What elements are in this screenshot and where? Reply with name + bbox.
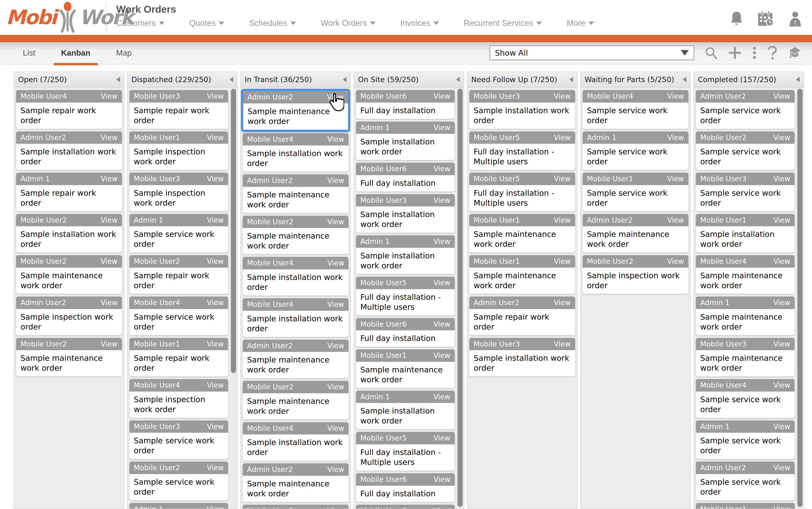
card-view-link[interactable]: View — [434, 196, 450, 205]
card-view-link[interactable]: View — [434, 434, 450, 442]
card-view-link[interactable]: View — [434, 393, 450, 401]
nav-item-more[interactable]: More — [567, 19, 594, 28]
card-view-link[interactable]: View — [434, 165, 450, 173]
card-view-link[interactable]: View — [207, 381, 224, 389]
card-view-link[interactable]: View — [327, 300, 344, 309]
card-view-link[interactable]: View — [773, 464, 790, 472]
card-view-link[interactable]: View — [327, 176, 344, 185]
training-cap-icon[interactable] — [788, 46, 802, 60]
card-view-link[interactable]: View — [101, 299, 118, 307]
card-view-link[interactable]: View — [773, 175, 790, 183]
card-view-link[interactable]: View — [773, 505, 790, 509]
column-scrollbar[interactable] — [457, 89, 463, 507]
work-order-card[interactable]: Admin 1 View Sample service work order — [583, 131, 688, 170]
work-order-card[interactable]: Mobile User3 View Sample installation wo… — [469, 90, 575, 129]
card-view-link[interactable]: View — [327, 259, 344, 267]
collapse-column-icon[interactable] — [230, 77, 233, 82]
work-order-card[interactable]: Admin 1 View Sample installation work or… — [356, 122, 455, 160]
schedule-calendar-icon[interactable] — [757, 10, 775, 27]
work-order-card[interactable]: Admin User2 View Sample maintenance work… — [583, 214, 688, 253]
work-order-card[interactable]: Mobile User6 View Full day installation — [356, 163, 455, 192]
work-order-card[interactable]: Admin User2 View Sample maintenance work… — [243, 463, 348, 502]
work-order-card[interactable]: Admin User2 View Sample service work ord… — [696, 90, 795, 129]
card-view-link[interactable]: View — [207, 299, 224, 307]
work-order-card[interactable]: Mobile User4 View Sample installation wo… — [243, 257, 348, 296]
tab-kanban[interactable]: Kanban — [60, 42, 92, 64]
work-order-card[interactable]: Admin User2 View Sample inspection work … — [16, 297, 122, 335]
card-view-link[interactable]: View — [554, 299, 571, 307]
card-view-link[interactable]: View — [554, 340, 571, 348]
work-order-card[interactable]: Admin 1 View Sample repair work order — [16, 173, 122, 211]
card-view-link[interactable]: View — [434, 279, 450, 287]
work-order-card[interactable]: Mobile User4 View Sample repair work ord… — [16, 90, 122, 129]
card-view-link[interactable]: View — [327, 507, 344, 509]
nav-item-invoices[interactable]: Invoices — [400, 19, 439, 28]
card-view-link[interactable]: View — [101, 175, 118, 183]
work-order-card[interactable]: Mobile User4 View Sample installation wo… — [243, 133, 348, 172]
work-order-card[interactable]: Mobile User3 View Sample repair work ord… — [130, 90, 228, 129]
search-icon[interactable] — [704, 46, 718, 60]
nav-item-recurrent-services[interactable]: Recurrent Services — [464, 19, 542, 28]
work-order-card[interactable]: Mobile User2 View — [243, 505, 348, 509]
work-order-card[interactable]: Admin 1 View Sample installation work or… — [356, 235, 455, 274]
collapse-column-icon[interactable] — [796, 77, 800, 82]
card-view-link[interactable]: View — [773, 422, 790, 431]
work-order-card[interactable]: Admin 1 View — [130, 503, 228, 509]
work-order-card[interactable]: Mobile User6 View Full day installation — [356, 473, 455, 502]
work-order-card[interactable]: Mobile User2 View Sample maintenance wor… — [16, 255, 122, 294]
work-order-card[interactable]: Mobile User2 View Sample maintenance wor… — [243, 381, 348, 419]
work-order-card[interactable]: Mobile User4 View Sample inspection work… — [130, 379, 228, 418]
user-profile-icon[interactable] — [787, 10, 803, 27]
work-order-card[interactable]: Admin User2 View Sample maintenance work… — [243, 340, 348, 378]
work-order-card[interactable]: Mobile User1 View Sample installation wo… — [696, 214, 795, 253]
card-view-link[interactable]: View — [667, 175, 684, 183]
work-order-card[interactable]: Admin User2 View Sample repair work orde… — [469, 297, 575, 335]
work-order-card[interactable]: Mobile User3 View — [356, 505, 455, 509]
mobiwork-logo[interactable]: Mobi Work — [6, 1, 133, 34]
more-options-icon[interactable] — [752, 46, 757, 60]
work-order-card[interactable]: Mobile User1 View — [696, 503, 795, 509]
card-view-link[interactable]: View — [101, 257, 118, 266]
card-view-link[interactable]: View — [327, 93, 344, 102]
work-order-card[interactable]: Mobile User3 View Sample maintenance wor… — [696, 338, 795, 377]
card-view-link[interactable]: View — [207, 257, 224, 266]
work-order-card[interactable]: Mobile User5 View Full day installation … — [469, 173, 575, 211]
card-view-link[interactable]: View — [207, 340, 224, 348]
card-view-link[interactable]: View — [434, 320, 450, 329]
column-scrollbar[interactable] — [797, 89, 803, 507]
nav-item-schedules[interactable]: Schedules — [249, 19, 296, 28]
work-order-card[interactable]: Admin 1 View Sample maintenance work ord… — [696, 297, 795, 335]
work-order-card[interactable]: Mobile User4 View Sample service work or… — [130, 297, 228, 335]
card-view-link[interactable]: View — [554, 133, 571, 142]
card-view-link[interactable]: View — [773, 257, 790, 266]
card-view-link[interactable]: View — [327, 465, 344, 474]
card-view-link[interactable]: View — [101, 216, 118, 225]
work-order-card[interactable]: Admin User2 View Sample service work ord… — [696, 462, 795, 500]
card-view-link[interactable]: View — [667, 133, 684, 142]
card-view-link[interactable]: View — [773, 92, 790, 101]
card-view-link[interactable]: View — [434, 475, 450, 484]
card-view-link[interactable]: View — [554, 92, 571, 101]
filter-dropdown[interactable]: Show All — [489, 45, 694, 60]
work-order-card[interactable]: Mobile User1 View Sample service work or… — [583, 173, 688, 211]
card-view-link[interactable]: View — [101, 340, 118, 348]
card-view-link[interactable]: View — [773, 133, 790, 142]
work-order-card[interactable]: Mobile User6 View Full day installation — [356, 318, 455, 347]
card-view-link[interactable]: View — [434, 507, 450, 509]
card-view-link[interactable]: View — [207, 175, 224, 183]
card-view-link[interactable]: View — [207, 216, 224, 225]
work-order-card[interactable]: Mobile User1 View Sample repair work ord… — [130, 338, 228, 377]
collapse-column-icon[interactable] — [569, 77, 573, 82]
card-view-link[interactable]: View — [667, 92, 684, 101]
scrollbar-thumb[interactable] — [231, 89, 236, 373]
work-order-card[interactable]: Mobile User2 View Sample repair work ord… — [130, 255, 228, 294]
work-order-card[interactable]: Mobile User4 View Sample installation wo… — [243, 422, 348, 461]
card-view-link[interactable]: View — [207, 133, 224, 142]
work-order-card[interactable]: Mobile User4 View Sample maintenance wor… — [696, 255, 795, 294]
card-view-link[interactable]: View — [434, 237, 450, 246]
work-order-card[interactable]: Mobile User5 View Full day installation … — [356, 432, 455, 471]
card-view-link[interactable]: View — [434, 92, 450, 101]
card-view-link[interactable]: View — [554, 216, 571, 225]
notifications-bell-icon[interactable] — [729, 10, 744, 27]
work-order-card[interactable]: Mobile User1 View Sample maintenance wor… — [469, 255, 575, 294]
